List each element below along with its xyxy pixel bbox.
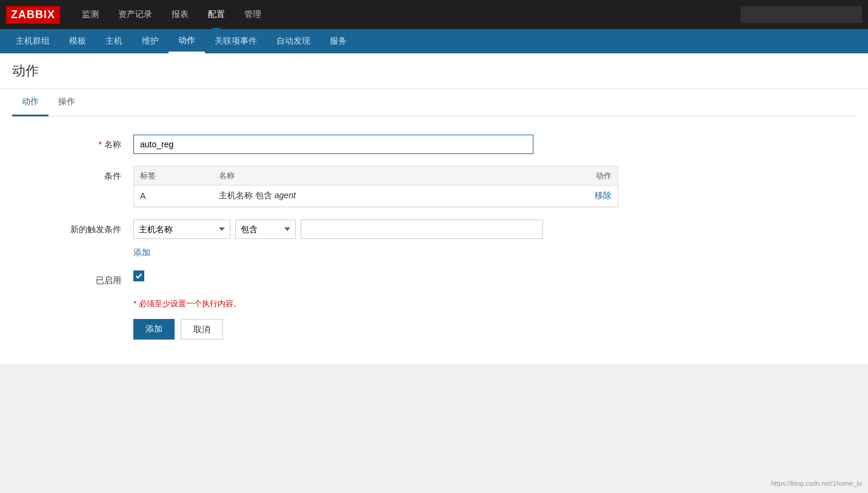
add-condition-link[interactable]: 添加 <box>133 247 150 258</box>
conditions-row: 条件 标签 名称 动作 A 主机名称 包含 agent 移除 <box>12 166 856 207</box>
col-header-action: 动作 <box>563 170 612 181</box>
error-message: * 必须至少设置一个执行内容。 <box>133 298 856 309</box>
page-title: 动作 <box>12 62 856 80</box>
name-input[interactable] <box>133 135 533 154</box>
trigger-type-select[interactable]: 主机名称 <box>133 220 230 239</box>
cancel-button[interactable]: 取消 <box>181 319 223 340</box>
second-nav-autodiscovery[interactable]: 自动发现 <box>267 29 320 53</box>
second-navbar: 主机群组 模板 主机 维护 动作 关联项事件 自动发现 服务 <box>0 29 868 53</box>
second-nav-services[interactable]: 服务 <box>320 29 356 53</box>
checkmark-icon <box>135 272 142 280</box>
top-navbar: ZABBIX 监测 资产记录 报表 配置 管理 <box>0 0 868 29</box>
conditions-label: 条件 <box>12 166 133 182</box>
tab-operations[interactable]: 操作 <box>48 89 85 116</box>
second-nav-hosts[interactable]: 主机 <box>96 29 132 53</box>
nav-item-monitor[interactable]: 监测 <box>72 0 109 29</box>
conditions-table: 标签 名称 动作 A 主机名称 包含 agent 移除 <box>133 166 618 207</box>
remove-link[interactable]: 移除 <box>595 190 612 200</box>
name-label: *名称 <box>12 135 133 150</box>
second-nav-correlations[interactable]: 关联项事件 <box>205 29 267 53</box>
enabled-checkbox[interactable] <box>133 270 144 281</box>
submit-button[interactable]: 添加 <box>133 319 175 340</box>
page-title-bar: 动作 <box>0 53 868 89</box>
enabled-control-area <box>133 270 679 281</box>
logo[interactable]: ZABBIX <box>6 6 60 24</box>
col-header-label: 标签 <box>140 170 219 181</box>
nav-item-manage[interactable]: 管理 <box>235 0 271 29</box>
conditions-table-row: A 主机名称 包含 agent 移除 <box>134 186 618 207</box>
button-row: 添加 取消 <box>133 319 856 340</box>
condition-name: 主机名称 包含 agent <box>219 190 563 201</box>
second-nav-maintenance[interactable]: 维护 <box>132 29 169 53</box>
nav-item-config[interactable]: 配置 <box>198 0 235 29</box>
main-content: 动作 操作 *名称 条件 标签 名称 动作 <box>0 89 868 364</box>
new-trigger-row: 新的触发条件 主机名称 包含 添加 <box>12 220 856 258</box>
trigger-value-input[interactable] <box>301 220 543 239</box>
condition-action: 移除 <box>563 190 612 201</box>
form-tabs: 动作 操作 <box>12 89 856 116</box>
enabled-label: 已启用 <box>12 270 133 286</box>
nav-item-assets[interactable]: 资产记录 <box>109 0 162 29</box>
second-nav-actions[interactable]: 动作 <box>169 29 205 53</box>
nav-item-reports[interactable]: 报表 <box>162 0 198 29</box>
trigger-contain-select[interactable]: 包含 <box>235 220 296 239</box>
name-control-area <box>133 135 679 154</box>
top-nav-list: 监测 资产记录 报表 配置 管理 <box>72 0 271 29</box>
form-area: *名称 条件 标签 名称 动作 A 主机名称 包 <box>12 129 856 346</box>
tab-action[interactable]: 动作 <box>12 89 48 116</box>
conditions-table-header: 标签 名称 动作 <box>134 167 618 186</box>
new-trigger-control-area: 主机名称 包含 添加 <box>133 220 679 258</box>
second-nav-list: 主机群组 模板 主机 维护 动作 关联项事件 自动发现 服务 <box>6 29 356 53</box>
conditions-control-area: 标签 名称 动作 A 主机名称 包含 agent 移除 <box>133 166 679 207</box>
trigger-selects-row: 主机名称 包含 <box>133 220 679 239</box>
name-row: *名称 <box>12 135 856 154</box>
second-nav-hostgroups[interactable]: 主机群组 <box>6 29 59 53</box>
new-trigger-label: 新的触发条件 <box>12 220 133 235</box>
name-required: * <box>99 139 102 149</box>
condition-name-text: 主机名称 包含 <box>219 190 272 200</box>
condition-label-a: A <box>140 191 219 201</box>
enabled-row: 已启用 <box>12 270 856 286</box>
condition-name-italic: agent <box>275 190 296 200</box>
search-input[interactable] <box>741 6 862 23</box>
col-header-name: 名称 <box>219 170 563 181</box>
second-nav-templates[interactable]: 模板 <box>59 29 96 53</box>
